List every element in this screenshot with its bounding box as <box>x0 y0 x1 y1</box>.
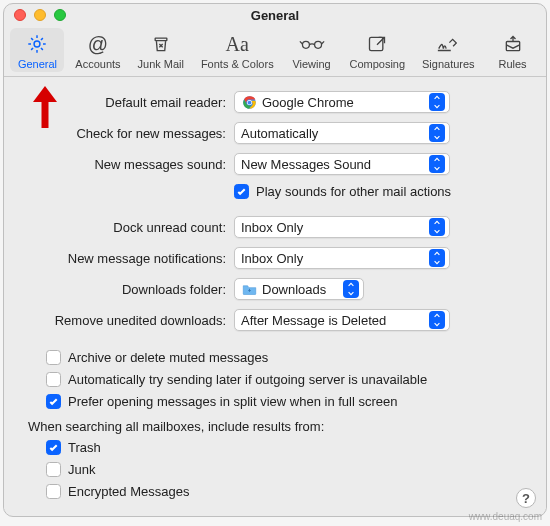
svg-point-3 <box>314 41 321 48</box>
compose-icon <box>367 32 387 56</box>
chevron-updown-icon <box>429 124 445 142</box>
signature-icon <box>436 32 460 56</box>
row-new-sound: New messages sound: New Messages Sound <box>24 153 526 175</box>
window-title: General <box>4 8 546 23</box>
section-search: When searching all mailboxes, include re… <box>24 419 526 499</box>
label-remove-downloads: Remove unedited downloads: <box>24 313 234 328</box>
row-notifications: New message notifications: Inbox Only <box>24 247 526 269</box>
combo-default-reader[interactable]: Google Chrome <box>234 91 450 113</box>
tab-label: Fonts & Colors <box>201 58 274 70</box>
chevron-updown-icon <box>429 155 445 173</box>
preferences-window: General General @ Accounts <box>3 3 547 517</box>
tab-composing[interactable]: Composing <box>343 28 411 72</box>
check-label: Play sounds for other mail actions <box>256 184 451 199</box>
svg-point-8 <box>247 100 251 104</box>
svg-rect-1 <box>155 38 167 41</box>
rules-icon <box>503 32 523 56</box>
combo-value: Inbox Only <box>241 251 425 266</box>
check-label: Trash <box>68 440 101 455</box>
check-auto-retry[interactable]: Automatically try sending later if outgo… <box>46 372 526 387</box>
help-button[interactable]: ? <box>516 488 536 508</box>
tab-label: General <box>18 58 57 70</box>
row-dock-unread: Dock unread count: Inbox Only <box>24 216 526 238</box>
svg-rect-4 <box>370 37 383 50</box>
tab-label: Accounts <box>75 58 120 70</box>
chevron-updown-icon <box>343 280 359 298</box>
label-default-reader: Default email reader: <box>24 95 234 110</box>
check-label: Encrypted Messages <box>68 484 189 499</box>
row-remove-downloads: Remove unedited downloads: After Message… <box>24 309 526 331</box>
row-default-reader: Default email reader: Google Chrome <box>24 91 526 113</box>
combo-value: Downloads <box>262 282 339 297</box>
preferences-toolbar: General @ Accounts Junk Mail Aa Fonts & … <box>4 26 546 77</box>
row-play-other: Play sounds for other mail actions <box>24 184 526 199</box>
checkbox-icon <box>46 462 61 477</box>
check-label: Automatically try sending later if outgo… <box>68 372 427 387</box>
check-label: Prefer opening messages in split view wh… <box>68 394 398 409</box>
checkbox-icon <box>46 372 61 387</box>
label-new-sound: New messages sound: <box>24 157 234 172</box>
combo-value: Google Chrome <box>262 95 425 110</box>
tab-label: Signatures <box>422 58 475 70</box>
chevron-updown-icon <box>429 249 445 267</box>
general-pane: Default email reader: Google Chrome <box>4 77 546 509</box>
check-label: Junk <box>68 462 95 477</box>
folder-icon <box>241 281 257 297</box>
checkbox-icon <box>46 440 61 455</box>
combo-value: Inbox Only <box>241 220 425 235</box>
check-include-encrypted[interactable]: Encrypted Messages <box>46 484 526 499</box>
chevron-updown-icon <box>429 93 445 111</box>
close-window-button[interactable] <box>14 9 26 21</box>
combo-value: After Message is Deleted <box>241 313 425 328</box>
check-play-other-sounds[interactable]: Play sounds for other mail actions <box>234 184 451 199</box>
combo-remove-downloads[interactable]: After Message is Deleted <box>234 309 450 331</box>
combo-downloads-folder[interactable]: Downloads <box>234 278 364 300</box>
check-split-view[interactable]: Prefer opening messages in split view wh… <box>46 394 526 409</box>
check-label: Archive or delete muted messages <box>68 350 268 365</box>
titlebar: General <box>4 4 546 26</box>
tab-rules[interactable]: Rules <box>486 28 540 72</box>
minimize-window-button[interactable] <box>34 9 46 21</box>
checkbox-icon <box>234 184 249 199</box>
tab-label: Rules <box>498 58 526 70</box>
at-icon: @ <box>88 32 108 56</box>
row-downloads-folder: Downloads folder: Downloads <box>24 278 526 300</box>
tab-viewing[interactable]: Viewing <box>285 28 339 72</box>
tab-general[interactable]: General <box>10 28 64 72</box>
checkbox-icon <box>46 394 61 409</box>
tab-label: Junk Mail <box>138 58 184 70</box>
chrome-icon <box>241 94 257 110</box>
combo-check-messages[interactable]: Automatically <box>234 122 450 144</box>
tab-label: Viewing <box>292 58 330 70</box>
glasses-icon <box>299 32 325 56</box>
label-notifications: New message notifications: <box>24 251 234 266</box>
combo-value: New Messages Sound <box>241 157 425 172</box>
row-check-messages: Check for new messages: Automatically <box>24 122 526 144</box>
chevron-updown-icon <box>429 311 445 329</box>
combo-new-sound[interactable]: New Messages Sound <box>234 153 450 175</box>
gear-icon <box>26 32 48 56</box>
check-include-junk[interactable]: Junk <box>46 462 526 477</box>
label-check-messages: Check for new messages: <box>24 126 234 141</box>
combo-value: Automatically <box>241 126 425 141</box>
check-archive-muted[interactable]: Archive or delete muted messages <box>46 350 526 365</box>
fonts-icon: Aa <box>226 32 249 56</box>
tab-junk-mail[interactable]: Junk Mail <box>132 28 190 72</box>
combo-dock-unread[interactable]: Inbox Only <box>234 216 450 238</box>
tab-fonts-colors[interactable]: Aa Fonts & Colors <box>195 28 280 72</box>
label-dock-unread: Dock unread count: <box>24 220 234 235</box>
zoom-window-button[interactable] <box>54 9 66 21</box>
tab-signatures[interactable]: Signatures <box>416 28 481 72</box>
tab-label: Composing <box>349 58 405 70</box>
check-include-trash[interactable]: Trash <box>46 440 526 455</box>
svg-point-0 <box>35 41 41 47</box>
label-downloads-folder: Downloads folder: <box>24 282 234 297</box>
trash-icon <box>151 32 171 56</box>
tab-accounts[interactable]: @ Accounts <box>69 28 126 72</box>
chevron-updown-icon <box>429 218 445 236</box>
checkbox-icon <box>46 484 61 499</box>
window-controls <box>4 9 66 21</box>
search-heading: When searching all mailboxes, include re… <box>28 419 526 434</box>
svg-point-2 <box>302 41 309 48</box>
combo-notifications[interactable]: Inbox Only <box>234 247 450 269</box>
